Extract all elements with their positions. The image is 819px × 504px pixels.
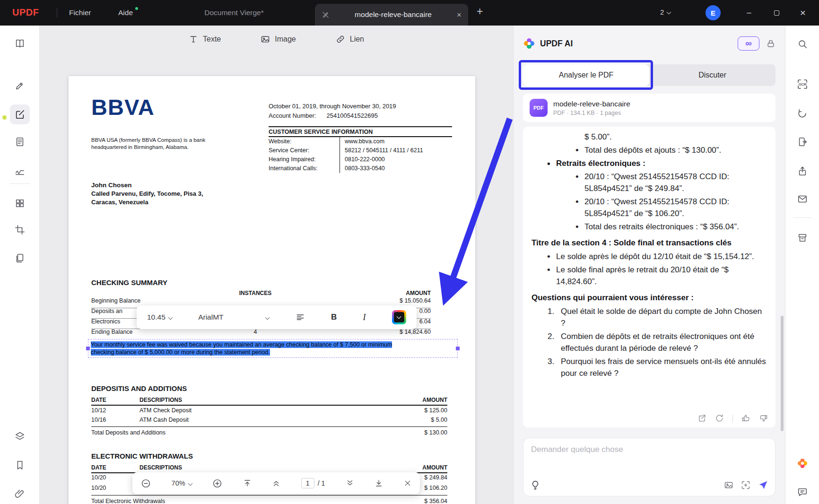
panel-scrollbar[interactable]	[781, 316, 784, 431]
next-page-button[interactable]	[346, 479, 354, 487]
search-button[interactable]	[793, 34, 812, 54]
sidebar-crop-button[interactable]	[10, 220, 30, 240]
prompt-placeholder: Demander quelque chose	[531, 445, 767, 454]
user-avatar[interactable]: E	[706, 5, 721, 20]
mail-button[interactable]	[793, 189, 812, 209]
suggestions-button[interactable]	[530, 480, 540, 490]
updf-logo: UPDF	[12, 7, 39, 18]
save-button[interactable]	[793, 228, 812, 248]
italic-button[interactable]: I	[363, 313, 366, 322]
text-selection-box[interactable]: Your monthly service fee was waived beca…	[88, 339, 458, 358]
close-tab-icon[interactable]: ×	[457, 11, 462, 19]
response-text: Titre de la section 4 : Solde final et t…	[531, 238, 732, 247]
comments-panel-button[interactable]	[793, 482, 812, 502]
insert-link-button[interactable]: Lien	[336, 35, 364, 44]
convert-button[interactable]	[793, 103, 812, 123]
sidebar-layers-button[interactable]	[10, 426, 30, 446]
pdf-file-icon: PDF	[530, 99, 548, 117]
account-number-row: Account Number: 254100541522695	[269, 112, 378, 119]
text-align-button[interactable]	[296, 313, 305, 322]
tab-analyser-le-pdf[interactable]: Analyser le PDF	[523, 64, 649, 86]
insert-image-prompt-button[interactable]	[724, 480, 733, 490]
response-text: Pourquoi les frais de service mensuels o…	[561, 357, 766, 378]
close-window-button[interactable]: ×	[793, 0, 813, 26]
double-chevron-down-icon	[346, 479, 354, 487]
text-color-button[interactable]	[392, 310, 406, 324]
sidebar-edit-button[interactable]	[10, 104, 30, 124]
ai-prompt-input[interactable]: Demander quelque chose	[523, 438, 775, 496]
unlimited-mode-button[interactable]: ∞	[738, 36, 759, 51]
sidebar-forms-button[interactable]	[10, 132, 30, 152]
font-family-dropdown[interactable]: ArialMT	[198, 313, 269, 322]
font-size-dropdown[interactable]: 10.45	[147, 313, 172, 322]
tab-count-dropdown[interactable]: 2	[660, 8, 671, 16]
sidebar-sign-button[interactable]	[10, 161, 30, 181]
current-page-input[interactable]: 1	[301, 478, 314, 488]
bank-description: BBVA USA (formerly BBVA Compass) is a ba…	[91, 137, 205, 151]
last-page-button[interactable]	[375, 479, 383, 487]
cs-row-value: 58212 / 5045111 / 4111 / 6211	[340, 146, 452, 155]
sidebar-comment-button[interactable]	[10, 76, 30, 96]
prompt-toolbar	[724, 480, 768, 490]
selection-handle-right[interactable]	[456, 347, 460, 350]
summary-row-label: Beginning Balance	[91, 297, 140, 304]
sidebar-organize-pages-button[interactable]	[10, 193, 30, 213]
insert-image-label: Image	[275, 35, 296, 43]
screenshot-button[interactable]	[741, 480, 750, 490]
chevron-down-icon	[397, 314, 401, 319]
menu-aide[interactable]: Aide	[118, 0, 133, 26]
send-button[interactable]	[758, 480, 768, 490]
page-indicator[interactable]: 1 / 1	[301, 478, 325, 488]
zoom-out-button[interactable]	[141, 478, 151, 488]
chevron-down-icon	[168, 315, 173, 320]
menu-fichier[interactable]: Fichier	[69, 0, 91, 26]
text-format-toolbar: 10.45 ArialMT B I	[137, 305, 417, 329]
extract-button[interactable]	[793, 132, 812, 152]
close-toolbar-button[interactable]	[404, 479, 411, 487]
updf-ai-floating-button[interactable]	[793, 453, 812, 473]
attached-file-card[interactable]: PDF modele-releve-bancaire PDF · 134.1 K…	[523, 94, 775, 122]
selected-paragraph[interactable]: Your monthly service fee was waived beca…	[88, 339, 457, 357]
minimize-button[interactable]: –	[739, 0, 759, 26]
page-navigation-toolbar: 70% 1 / 1	[132, 472, 420, 494]
first-page-button[interactable]	[243, 479, 252, 487]
zoom-level-dropdown[interactable]: 70%	[172, 479, 192, 487]
sidebar-attachments-button[interactable]	[10, 484, 30, 504]
sidebar-bookmarks-button[interactable]	[10, 455, 30, 475]
response-text: Total des dépôts et ajouts : “$ 130.00”.	[584, 146, 721, 155]
open-external-button[interactable]	[697, 414, 706, 423]
ai-response-line: Total des retraits électroniques : “$ 35…	[531, 221, 767, 233]
thumbs-down-button[interactable]	[759, 414, 768, 423]
tab-modele-releve-bancaire[interactable]: modele-releve-bancaire ×	[315, 4, 468, 26]
share-button[interactable]	[793, 161, 812, 181]
tab-discuter[interactable]: Discuter	[649, 64, 775, 86]
selection-handle-left[interactable]	[86, 347, 90, 350]
zoom-in-button[interactable]	[212, 478, 222, 488]
external-link-icon	[697, 414, 706, 423]
minus-circle-icon	[141, 478, 151, 488]
send-icon	[758, 480, 768, 490]
sidebar-reader-button[interactable]	[10, 34, 30, 53]
customer-service-table: Website: www.bbva.com Service Center: 58…	[269, 137, 452, 173]
account-number-label: Account Number:	[269, 112, 316, 119]
thumbs-up-button[interactable]	[741, 414, 750, 423]
sidebar-page-tools-button[interactable]	[10, 248, 30, 268]
checking-summary-header: INSTANCES AMOUNT	[69, 290, 475, 297]
insert-image-button[interactable]: Image	[261, 35, 296, 44]
organize-pages-icon	[15, 198, 25, 209]
marker-icon	[15, 80, 25, 91]
new-tab-button[interactable]: +	[477, 6, 483, 17]
bold-button[interactable]: B	[331, 313, 337, 322]
insert-link-label: Lien	[350, 35, 364, 43]
lock-button[interactable]	[766, 39, 775, 48]
previous-page-button[interactable]	[272, 479, 280, 487]
maximize-button[interactable]	[766, 0, 787, 26]
ocr-button[interactable]: OCR	[793, 74, 812, 94]
regenerate-button[interactable]	[715, 414, 724, 423]
convert-sync-icon	[797, 108, 808, 118]
withdrawals-total-row: Total Electronic Withdrawals $ 356.04	[69, 498, 475, 504]
deposits-header-rule	[91, 405, 447, 406]
updf-ai-flower-icon	[797, 458, 808, 469]
insert-text-button[interactable]: Texte	[189, 35, 221, 44]
tab-document-vierge[interactable]: Document Vierge*	[189, 0, 279, 26]
